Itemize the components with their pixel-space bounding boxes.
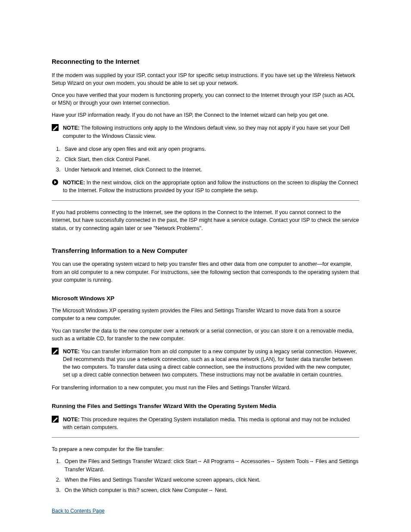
heading-transfer: Transferring Information to a New Comput…: [52, 246, 359, 255]
paragraph: Have your ISP information ready. If you …: [52, 111, 359, 119]
step-item: Under Network and Internet, click Connec…: [62, 166, 359, 174]
steps-list: Save and close any open files and exit a…: [52, 145, 359, 174]
notice-label: NOTICE:: [63, 180, 87, 186]
step-item: On the Which computer is this? screen, c…: [62, 486, 359, 494]
heading-running-wizard: Running the Files and Settings Transfer …: [52, 402, 359, 411]
step-item: Open the Files and Settings Transfer Wiz…: [62, 457, 359, 473]
paragraph: Once you have verified that your modem i…: [52, 91, 359, 107]
paragraph: If the modem was supplied by your ISP, c…: [52, 72, 359, 87]
divider: [52, 437, 359, 438]
note-callout: NOTE: This procedure requires the Operat…: [52, 416, 359, 431]
divider: [52, 200, 359, 201]
note-icon: [52, 416, 60, 423]
note-label: NOTE:: [63, 125, 81, 131]
paragraph: To prepare a new computer for the file t…: [52, 445, 359, 453]
note-label: NOTE:: [63, 417, 81, 423]
paragraph: You can use the operating system wizard …: [52, 260, 359, 283]
step-item: Click Start, then click Control Panel.: [62, 156, 359, 163]
note-text: NOTE: This procedure requires the Operat…: [63, 416, 359, 431]
heading-windows-xp: Microsoft Windows XP: [52, 294, 359, 303]
note-icon: [52, 124, 60, 131]
paragraph: You can transfer the data to the new com…: [52, 327, 359, 342]
note-callout: NOTE: You can transfer information from …: [52, 348, 359, 379]
note-callout: NOTE: The following instructions only ap…: [52, 124, 359, 140]
heading-reconnecting: Reconnecting to the Internet: [52, 57, 359, 66]
notice-text: NOTICE: In the next window, click on the…: [63, 179, 359, 194]
note-text: NOTE: You can transfer information from …: [63, 348, 359, 379]
note-body: This procedure requires the Operating Sy…: [63, 417, 350, 430]
document-page: Reconnecting to the Internet If the mode…: [0, 0, 411, 532]
note-text: NOTE: The following instructions only ap…: [63, 124, 359, 140]
paragraph: For transferring information to a new co…: [52, 384, 359, 392]
notice-body: In the next window, click on the appropr…: [63, 180, 358, 193]
notice-callout: NOTICE: In the next window, click on the…: [52, 179, 359, 194]
paragraph: If you had problems connecting to the In…: [52, 208, 359, 232]
notice-icon: [52, 179, 60, 186]
steps-list: Open the Files and Settings Transfer Wiz…: [52, 457, 359, 494]
note-body: You can transfer information from an old…: [63, 348, 357, 378]
back-to-contents-link[interactable]: Back to Contents Page: [52, 508, 105, 514]
step-item: Save and close any open files and exit a…: [62, 145, 359, 153]
note-icon: [52, 348, 60, 355]
note-label: NOTE:: [63, 348, 81, 355]
paragraph: The Microsoft Windows XP operating syste…: [52, 307, 359, 322]
step-item: When the Files and Settings Transfer Wiz…: [62, 476, 359, 484]
note-body: The following instructions only apply to…: [63, 125, 350, 139]
